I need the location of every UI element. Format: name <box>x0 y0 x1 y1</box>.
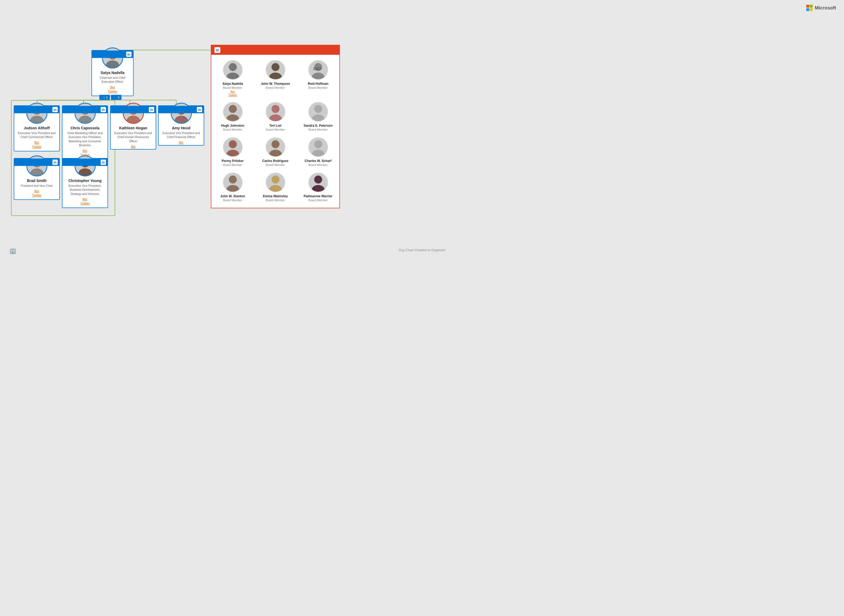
board-member-name: Padmasree Warrior <box>299 194 337 198</box>
board-bio-link[interactable]: Bio <box>214 90 251 93</box>
sub-card-2: in Chris Capossela Chief Marketing Offic… <box>62 106 108 160</box>
board-member-role: Board Member <box>257 86 294 89</box>
board-header: in <box>211 45 340 55</box>
board-member-name: Hugh Johnston <box>214 124 251 128</box>
twitter-link[interactable]: Twitter <box>62 202 107 205</box>
svg-point-12 <box>30 116 44 123</box>
card-title: President and Vice Chair <box>14 184 59 188</box>
card-name: Kathleen Hogan <box>111 126 156 130</box>
bio-link[interactable]: Bio <box>92 86 133 89</box>
svg-point-32 <box>229 105 237 113</box>
svg-point-43 <box>312 150 324 157</box>
board-member-hoffman: Reid Hoffman Board Member <box>299 60 337 97</box>
card-header-bar: in <box>14 106 59 113</box>
svg-point-10 <box>106 60 119 68</box>
card-header-bar: in <box>62 158 107 166</box>
board-member-name: Penny Pritzker <box>214 159 251 163</box>
badge-row: 👥 6 👤 6 <box>99 95 122 100</box>
linkedin-icon[interactable]: in <box>101 107 106 112</box>
svg-point-34 <box>271 105 279 113</box>
sub-card-3: in Kathleen Hogan Executive Vice Preside… <box>110 106 156 150</box>
svg-point-16 <box>126 116 140 123</box>
board-member-name: John W. Stanton <box>214 194 251 198</box>
board-member-role: Board Member <box>257 199 294 202</box>
board-member-list: Teri List Board Member <box>257 102 294 132</box>
twitter-link[interactable]: Twitter <box>14 194 59 197</box>
svg-point-24 <box>226 72 239 79</box>
card-name: Amy Hood <box>159 126 204 130</box>
sub-card-4: in Amy Hood Executive Vice President and… <box>158 106 204 146</box>
board-member-name: Emma Walmsley <box>257 194 294 198</box>
svg-point-20 <box>30 168 44 176</box>
board-member-thompson: John W. Thompson Board Member <box>257 60 294 97</box>
twitter-link[interactable]: Twitter <box>92 90 133 94</box>
svg-point-28 <box>312 72 324 79</box>
card-title: Chairman and Chief Executive Officer <box>92 76 133 84</box>
card-title: Executive Vice President, Business Devel… <box>62 184 107 196</box>
board-member-role: Board Member <box>214 163 251 166</box>
sub-card-1: in Judson Althoff Executive Vice Preside… <box>14 106 60 151</box>
board-avatar <box>223 102 243 122</box>
svg-point-35 <box>269 114 282 121</box>
svg-point-46 <box>271 175 279 183</box>
board-member-name: Carlos Rodriguez <box>257 159 294 163</box>
board-member-name: Teri List <box>257 124 294 128</box>
board-linkedin-icon[interactable]: in <box>215 47 220 53</box>
board-member-johnston: Hugh Johnston Board Member <box>214 102 251 132</box>
footer-text: Org Chart Created in Organimi <box>399 248 445 252</box>
board-member-role: Board Member <box>299 128 337 131</box>
svg-point-49 <box>312 185 324 192</box>
card-header-bar: in <box>111 106 156 113</box>
board-avatar <box>308 173 328 192</box>
linkedin-icon[interactable]: in <box>53 160 58 165</box>
card-name: Judson Althoff <box>14 126 59 130</box>
bio-link[interactable]: Bio <box>14 189 59 193</box>
bio-link[interactable]: Bio <box>159 141 204 145</box>
svg-point-38 <box>229 140 237 148</box>
sub-card-5: in Brad Smith President and Vice Chair B… <box>14 158 60 200</box>
svg-point-40 <box>271 140 279 148</box>
board-member-role: Board Member <box>299 199 337 202</box>
bio-link[interactable]: Bio <box>62 149 107 153</box>
svg-point-23 <box>229 63 237 71</box>
card-name: Satya Nadella <box>92 70 133 75</box>
card-name: Brad Smith <box>14 179 59 183</box>
svg-point-48 <box>314 175 322 183</box>
org-chart: in Satya Nadella Chairman and Chief Exec… <box>5 16 839 240</box>
group-badge: 👥 6 <box>99 95 110 100</box>
board-member-peterson: Sandra E. Peterson Board Member <box>299 102 337 132</box>
bio-link[interactable]: Bio <box>14 141 59 145</box>
svg-point-33 <box>226 114 239 121</box>
card-title: Executive Vice President and Chief Comme… <box>14 131 59 139</box>
twitter-link[interactable]: Twitter <box>14 145 59 149</box>
svg-point-39 <box>226 150 239 157</box>
board-avatar <box>266 173 285 192</box>
svg-point-41 <box>269 150 282 157</box>
bio-link[interactable]: Bio <box>111 145 156 148</box>
board-member-warrior: Padmasree Warrior Board Member <box>299 173 337 202</box>
board-grid: Satya Nadella Board Member Bio Twitter J… <box>211 55 340 208</box>
board-avatar <box>266 60 285 80</box>
linkedin-icon[interactable]: in <box>126 51 131 57</box>
card-header-bar: in <box>92 51 133 58</box>
linkedin-icon[interactable]: in <box>101 160 106 165</box>
svg-point-44 <box>229 175 237 183</box>
svg-point-36 <box>314 105 322 113</box>
linkedin-icon[interactable]: in <box>197 107 202 112</box>
bio-link[interactable]: Bio <box>62 198 107 201</box>
card-title: Executive Vice President and Chief Human… <box>111 131 156 143</box>
board-avatar <box>266 137 285 157</box>
board-member-role: Board Member <box>214 128 251 131</box>
board-avatar <box>308 60 328 80</box>
board-member-role: Board Member <box>257 163 294 166</box>
board-member-name: Charles W. Scharf <box>299 159 337 163</box>
linkedin-icon[interactable]: in <box>149 107 154 112</box>
card-header-bar: in <box>14 158 59 166</box>
board-member-role: Board Member <box>257 128 294 131</box>
board-twitter-link[interactable]: Twitter <box>214 94 251 97</box>
main-content: in Satya Nadella Chairman and Chief Exec… <box>0 0 844 263</box>
svg-point-25 <box>271 63 279 71</box>
card-title: Executive Vice President and Chief Finan… <box>159 131 204 139</box>
linkedin-icon[interactable]: in <box>53 107 58 112</box>
svg-point-18 <box>175 116 188 123</box>
